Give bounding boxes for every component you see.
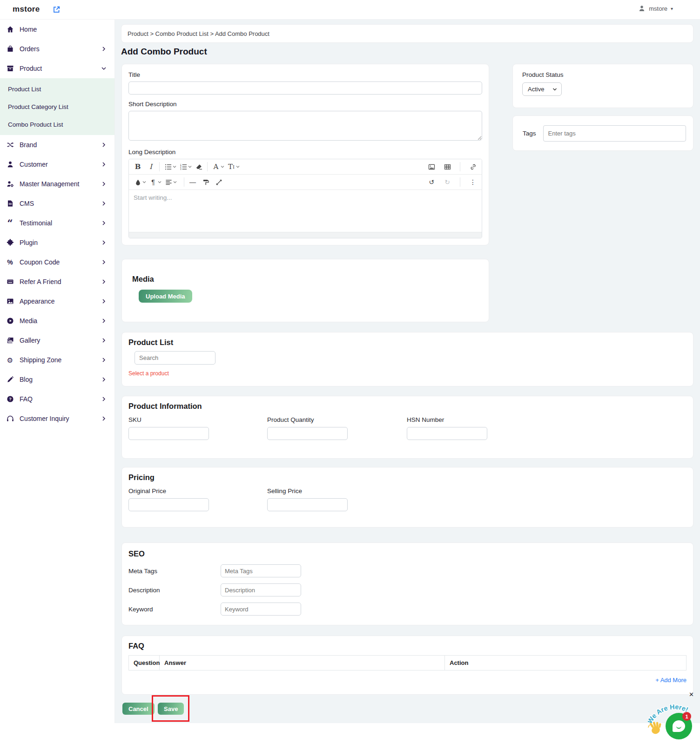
unordered-list-icon[interactable]: [164, 162, 172, 172]
product-quantity-input[interactable]: [267, 427, 348, 440]
chevron-down-icon[interactable]: [221, 165, 224, 169]
product-information-heading: Product Information: [128, 402, 687, 411]
title-input[interactable]: [128, 81, 482, 95]
fullscreen-icon[interactable]: [215, 177, 223, 187]
sku-input[interactable]: [128, 427, 209, 440]
chevron-down-icon: [101, 66, 107, 71]
eraser-icon[interactable]: [195, 162, 203, 172]
short-description-label: Short Description: [128, 101, 482, 108]
sidebar-item-shipping-zone[interactable]: ⚙ Shipping Zone: [0, 350, 114, 370]
editor-toolbar-row-2: ¶ — ↺ ↻ ⋮: [129, 175, 482, 190]
original-price-label: Original Price: [128, 488, 267, 494]
main-content: Product > Combo Product List > Add Combo…: [114, 20, 700, 723]
paint-roller-icon[interactable]: [202, 177, 210, 187]
sidebar-item-blog[interactable]: Blog: [0, 370, 114, 389]
insert-table-icon[interactable]: [443, 162, 451, 172]
sidebar-item-orders[interactable]: Orders: [0, 39, 114, 59]
chevron-down-icon[interactable]: [158, 180, 162, 184]
svg-text:3: 3: [180, 168, 182, 170]
product-box-icon: [6, 65, 14, 73]
text-color-droplet-icon[interactable]: [134, 177, 142, 187]
cms-file-icon: [6, 200, 14, 208]
sidebar-item-coupon-code[interactable]: % Coupon Code: [0, 252, 114, 272]
tags-input[interactable]: [543, 125, 686, 142]
insert-image-icon[interactable]: [427, 162, 436, 172]
faq-question-icon: ?: [6, 395, 14, 403]
tags-card: Tags: [512, 115, 693, 151]
chevron-right-icon: [101, 377, 107, 382]
product-status-select[interactable]: Active: [522, 82, 562, 96]
chevron-right-icon: [101, 318, 107, 323]
hsn-number-input[interactable]: [407, 427, 487, 440]
save-button[interactable]: Save: [158, 703, 184, 715]
sidebar-item-appearance[interactable]: Appearance: [0, 291, 114, 311]
sidebar-item-customer[interactable]: Customer: [0, 155, 114, 174]
media-card: Media Upload Media: [121, 259, 489, 322]
original-price-input[interactable]: [128, 498, 209, 511]
italic-icon[interactable]: I: [147, 162, 155, 172]
editor-content[interactable]: Start writing...: [129, 190, 482, 232]
user-menu[interactable]: mstore ▾: [638, 5, 673, 12]
refer-a-friend-icon: [6, 278, 14, 286]
sidebar-item-product-list[interactable]: Product List: [0, 80, 114, 98]
long-description-label: Long Description: [128, 149, 482, 156]
orders-bag-icon: [6, 45, 14, 53]
align-icon[interactable]: [164, 177, 173, 187]
font-size-icon[interactable]: TI: [227, 162, 236, 172]
sidebar-item-home[interactable]: Home: [0, 20, 114, 39]
product-details-card: Title Short Description Long Description…: [121, 64, 489, 245]
home-icon: [6, 26, 14, 34]
bold-icon[interactable]: B: [134, 162, 142, 172]
sidebar-item-refer-a-friend[interactable]: Refer A Friend: [0, 272, 114, 291]
sidebar-item-master-management[interactable]: Master Management: [0, 174, 114, 194]
insert-link-icon[interactable]: [469, 162, 477, 172]
chevron-down-icon[interactable]: [173, 165, 176, 169]
external-link-icon[interactable]: [53, 6, 61, 14]
chevron-down-icon[interactable]: [142, 180, 146, 184]
chevron-down-icon[interactable]: [173, 180, 177, 184]
sidebar: Home Orders Product Product List Product…: [0, 20, 114, 723]
ordered-list-icon[interactable]: 123: [179, 162, 188, 172]
sidebar-item-product-category-list[interactable]: Product Category List: [0, 98, 114, 115]
waving-hand-icon: [647, 721, 663, 735]
paragraph-icon[interactable]: ¶: [149, 177, 157, 187]
sidebar-item-customer-inquiry[interactable]: Customer Inquiry: [0, 409, 114, 428]
kebab-menu-icon[interactable]: ⋮: [469, 177, 477, 187]
sidebar-item-combo-product-list[interactable]: Combo Product List: [0, 115, 114, 133]
chevron-right-icon: [101, 279, 107, 284]
chevron-right-icon: [101, 182, 107, 186]
product-search-input[interactable]: [135, 351, 215, 365]
seo-heading: SEO: [128, 549, 687, 558]
breadcrumb[interactable]: Product > Combo Product List > Add Combo…: [121, 24, 693, 43]
undo-icon[interactable]: ↺: [427, 177, 436, 187]
selling-price-input[interactable]: [267, 498, 348, 511]
chevron-right-icon: [101, 416, 107, 421]
sidebar-item-testimonial[interactable]: “ Testimonial: [0, 213, 114, 233]
sidebar-item-brand[interactable]: Brand: [0, 135, 114, 155]
rich-text-editor: B I 123 A TI: [128, 159, 482, 238]
upload-media-button[interactable]: Upload Media: [139, 290, 192, 303]
customer-person-icon: [6, 161, 14, 169]
chevron-right-icon: [101, 162, 107, 167]
sidebar-item-gallery[interactable]: Gallery: [0, 331, 114, 350]
keyword-input[interactable]: [221, 603, 301, 616]
cancel-button[interactable]: Cancel: [122, 703, 155, 715]
meta-tags-input[interactable]: [221, 564, 301, 577]
product-information-card: Product Information SKU Product Quantity…: [121, 396, 693, 459]
sidebar-item-faq[interactable]: ? FAQ: [0, 389, 114, 409]
short-description-textarea[interactable]: [128, 111, 482, 141]
redo-icon[interactable]: ↻: [443, 177, 451, 187]
font-color-icon[interactable]: A: [212, 162, 220, 172]
seo-description-input[interactable]: [221, 583, 301, 596]
sidebar-item-product[interactable]: Product: [0, 59, 114, 78]
horizontal-rule-icon[interactable]: —: [188, 177, 197, 187]
faq-column-question: Question: [129, 656, 160, 670]
person-icon: [638, 5, 646, 12]
sidebar-item-plugin[interactable]: Plugin: [0, 233, 114, 252]
sidebar-item-media[interactable]: Media: [0, 311, 114, 331]
chevron-down-icon[interactable]: [188, 165, 192, 169]
sidebar-item-cms[interactable]: CMS: [0, 194, 114, 213]
add-more-link[interactable]: + Add More: [128, 677, 687, 684]
chevron-down-icon[interactable]: [236, 165, 240, 169]
user-name: mstore: [649, 5, 667, 12]
